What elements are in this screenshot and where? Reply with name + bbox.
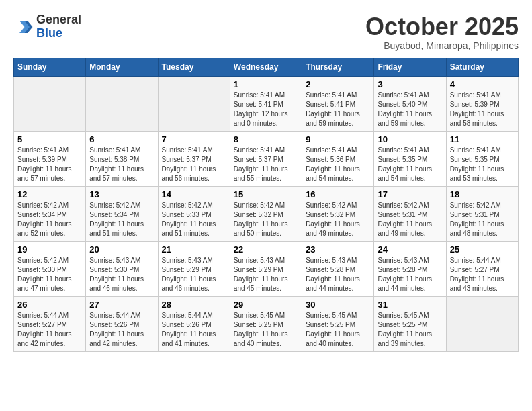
calendar-cell: 3Sunrise: 5:41 AM Sunset: 5:40 PM Daylig… <box>374 76 446 131</box>
day-info: Sunrise: 5:44 AM Sunset: 5:27 PM Dayligh… <box>450 256 515 293</box>
calendar-cell: 27Sunrise: 5:44 AM Sunset: 5:26 PM Dayli… <box>86 296 158 351</box>
title-block: October 2025 Buyabod, Mimaropa, Philippi… <box>365 13 519 51</box>
week-row-4: 19Sunrise: 5:42 AM Sunset: 5:30 PM Dayli… <box>14 241 519 296</box>
day-info: Sunrise: 5:43 AM Sunset: 5:28 PM Dayligh… <box>378 256 442 293</box>
calendar-cell <box>14 76 86 131</box>
day-number: 18 <box>450 189 515 199</box>
day-number: 25 <box>450 244 515 255</box>
day-number: 16 <box>306 189 370 199</box>
weekday-header-thursday: Thursday <box>302 58 374 76</box>
day-info: Sunrise: 5:44 AM Sunset: 5:26 PM Dayligh… <box>162 311 226 349</box>
day-info: Sunrise: 5:41 AM Sunset: 5:37 PM Dayligh… <box>162 146 226 183</box>
day-info: Sunrise: 5:41 AM Sunset: 5:37 PM Dayligh… <box>234 146 298 183</box>
day-info: Sunrise: 5:42 AM Sunset: 5:30 PM Dayligh… <box>17 256 82 293</box>
calendar-cell: 26Sunrise: 5:44 AM Sunset: 5:27 PM Dayli… <box>14 296 86 351</box>
day-number: 24 <box>378 244 442 255</box>
day-info: Sunrise: 5:41 AM Sunset: 5:35 PM Dayligh… <box>450 146 515 183</box>
day-number: 20 <box>89 244 154 255</box>
day-info: Sunrise: 5:41 AM Sunset: 5:40 PM Dayligh… <box>378 91 442 128</box>
calendar-cell: 8Sunrise: 5:41 AM Sunset: 5:37 PM Daylig… <box>230 131 302 186</box>
calendar-cell: 2Sunrise: 5:41 AM Sunset: 5:41 PM Daylig… <box>302 76 374 131</box>
day-info: Sunrise: 5:43 AM Sunset: 5:30 PM Dayligh… <box>89 256 154 293</box>
calendar-cell: 20Sunrise: 5:43 AM Sunset: 5:30 PM Dayli… <box>86 241 158 296</box>
day-info: Sunrise: 5:41 AM Sunset: 5:39 PM Dayligh… <box>450 91 515 128</box>
day-info: Sunrise: 5:43 AM Sunset: 5:29 PM Dayligh… <box>234 256 298 293</box>
calendar-cell: 9Sunrise: 5:41 AM Sunset: 5:36 PM Daylig… <box>302 131 374 186</box>
day-number: 13 <box>89 189 154 199</box>
calendar-cell: 15Sunrise: 5:42 AM Sunset: 5:32 PM Dayli… <box>230 186 302 241</box>
calendar-cell: 1Sunrise: 5:41 AM Sunset: 5:41 PM Daylig… <box>230 76 302 131</box>
day-info: Sunrise: 5:45 AM Sunset: 5:25 PM Dayligh… <box>378 311 442 349</box>
weekday-header-sunday: Sunday <box>14 58 86 76</box>
day-info: Sunrise: 5:42 AM Sunset: 5:31 PM Dayligh… <box>450 201 515 238</box>
week-row-2: 5Sunrise: 5:41 AM Sunset: 5:39 PM Daylig… <box>14 131 519 186</box>
day-number: 19 <box>17 244 82 255</box>
calendar-cell: 10Sunrise: 5:41 AM Sunset: 5:35 PM Dayli… <box>374 131 446 186</box>
calendar-cell: 13Sunrise: 5:42 AM Sunset: 5:34 PM Dayli… <box>86 186 158 241</box>
day-number: 30 <box>306 300 370 310</box>
weekday-header-monday: Monday <box>86 58 158 76</box>
day-info: Sunrise: 5:42 AM Sunset: 5:34 PM Dayligh… <box>17 201 82 238</box>
day-number: 26 <box>17 300 82 310</box>
day-info: Sunrise: 5:42 AM Sunset: 5:34 PM Dayligh… <box>89 201 154 238</box>
calendar-cell: 25Sunrise: 5:44 AM Sunset: 5:27 PM Dayli… <box>446 241 518 296</box>
calendar-cell: 24Sunrise: 5:43 AM Sunset: 5:28 PM Dayli… <box>374 241 446 296</box>
day-number: 11 <box>450 134 515 144</box>
calendar-cell: 21Sunrise: 5:43 AM Sunset: 5:29 PM Dayli… <box>158 241 230 296</box>
day-number: 22 <box>234 244 298 255</box>
day-info: Sunrise: 5:43 AM Sunset: 5:28 PM Dayligh… <box>306 256 370 293</box>
week-row-5: 26Sunrise: 5:44 AM Sunset: 5:27 PM Dayli… <box>14 296 519 351</box>
calendar-subtitle: Buyabod, Mimaropa, Philippines <box>365 40 519 51</box>
page-header: General Blue October 2025 Buyabod, Mimar… <box>13 13 519 51</box>
calendar-cell: 16Sunrise: 5:42 AM Sunset: 5:32 PM Dayli… <box>302 186 374 241</box>
weekday-row: SundayMondayTuesdayWednesdayThursdayFrid… <box>14 58 519 76</box>
calendar-cell: 11Sunrise: 5:41 AM Sunset: 5:35 PM Dayli… <box>446 131 518 186</box>
day-info: Sunrise: 5:45 AM Sunset: 5:25 PM Dayligh… <box>234 311 298 349</box>
day-number: 31 <box>378 300 442 310</box>
weekday-header-saturday: Saturday <box>446 58 518 76</box>
calendar-cell: 31Sunrise: 5:45 AM Sunset: 5:25 PM Dayli… <box>374 296 446 351</box>
calendar-cell: 19Sunrise: 5:42 AM Sunset: 5:30 PM Dayli… <box>14 241 86 296</box>
day-info: Sunrise: 5:43 AM Sunset: 5:29 PM Dayligh… <box>162 256 226 293</box>
day-number: 2 <box>306 79 370 89</box>
day-number: 8 <box>234 134 298 144</box>
calendar-cell: 5Sunrise: 5:41 AM Sunset: 5:39 PM Daylig… <box>14 131 86 186</box>
calendar-body: 1Sunrise: 5:41 AM Sunset: 5:41 PM Daylig… <box>14 76 519 351</box>
calendar-cell: 30Sunrise: 5:45 AM Sunset: 5:25 PM Dayli… <box>302 296 374 351</box>
day-info: Sunrise: 5:44 AM Sunset: 5:27 PM Dayligh… <box>17 311 82 349</box>
day-info: Sunrise: 5:41 AM Sunset: 5:39 PM Dayligh… <box>17 146 82 183</box>
day-info: Sunrise: 5:42 AM Sunset: 5:33 PM Dayligh… <box>162 201 226 238</box>
day-info: Sunrise: 5:44 AM Sunset: 5:26 PM Dayligh… <box>89 311 154 349</box>
calendar-cell: 18Sunrise: 5:42 AM Sunset: 5:31 PM Dayli… <box>446 186 518 241</box>
day-number: 17 <box>378 189 442 199</box>
day-number: 21 <box>162 244 226 255</box>
day-info: Sunrise: 5:42 AM Sunset: 5:31 PM Dayligh… <box>378 201 442 238</box>
day-number: 1 <box>234 79 298 89</box>
weekday-header-wednesday: Wednesday <box>230 58 302 76</box>
calendar-cell: 23Sunrise: 5:43 AM Sunset: 5:28 PM Dayli… <box>302 241 374 296</box>
day-number: 7 <box>162 134 226 144</box>
week-row-3: 12Sunrise: 5:42 AM Sunset: 5:34 PM Dayli… <box>14 186 519 241</box>
weekday-header-friday: Friday <box>374 58 446 76</box>
day-info: Sunrise: 5:41 AM Sunset: 5:35 PM Dayligh… <box>378 146 442 183</box>
logo-blue: Blue <box>36 26 62 40</box>
day-number: 6 <box>89 134 154 144</box>
calendar-cell <box>158 76 230 131</box>
calendar-cell: 17Sunrise: 5:42 AM Sunset: 5:31 PM Dayli… <box>374 186 446 241</box>
day-info: Sunrise: 5:45 AM Sunset: 5:25 PM Dayligh… <box>306 311 370 349</box>
day-info: Sunrise: 5:42 AM Sunset: 5:32 PM Dayligh… <box>306 201 370 238</box>
day-info: Sunrise: 5:42 AM Sunset: 5:32 PM Dayligh… <box>234 201 298 238</box>
calendar-title: October 2025 <box>365 13 519 40</box>
day-number: 12 <box>17 189 82 199</box>
calendar-cell: 6Sunrise: 5:41 AM Sunset: 5:38 PM Daylig… <box>86 131 158 186</box>
calendar-cell: 22Sunrise: 5:43 AM Sunset: 5:29 PM Dayli… <box>230 241 302 296</box>
calendar-cell: 28Sunrise: 5:44 AM Sunset: 5:26 PM Dayli… <box>158 296 230 351</box>
calendar-cell: 4Sunrise: 5:41 AM Sunset: 5:39 PM Daylig… <box>446 76 518 131</box>
day-number: 3 <box>378 79 442 89</box>
logo: General Blue <box>13 13 81 40</box>
day-number: 28 <box>162 300 226 310</box>
day-info: Sunrise: 5:41 AM Sunset: 5:41 PM Dayligh… <box>234 91 298 128</box>
day-number: 15 <box>234 189 298 199</box>
day-number: 10 <box>378 134 442 144</box>
day-number: 14 <box>162 189 226 199</box>
